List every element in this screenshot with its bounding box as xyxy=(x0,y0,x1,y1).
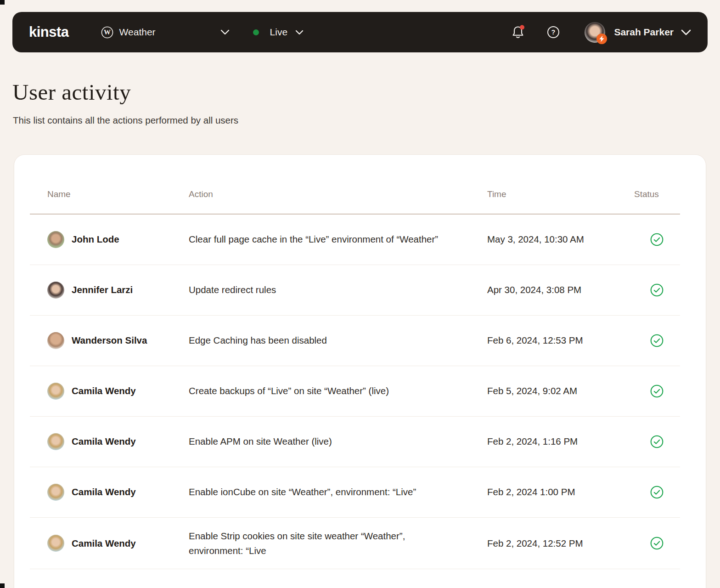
page-subtitle: This list contains all the actions perfo… xyxy=(13,115,708,126)
user-name: Sarah Parker xyxy=(614,27,674,38)
table-row: Camila Wendy Enable Strip cookies on sit… xyxy=(30,518,680,570)
user-name: Jennifer Larzi xyxy=(72,284,133,295)
success-check-icon xyxy=(650,283,664,297)
top-navbar: kinsta W Weather Live xyxy=(12,12,708,52)
site-selector-label: Weather xyxy=(119,27,156,38)
user-activity-card: Name Action Time Status John Lode Clear … xyxy=(14,154,706,588)
page-title: User activity xyxy=(12,80,708,105)
table-header-row: Name Action Time Status xyxy=(30,155,680,199)
user-avatar xyxy=(47,383,64,400)
time-text: Feb 2, 2024, 12:52 PM xyxy=(487,538,583,548)
environment-label: Live xyxy=(270,27,288,38)
action-text: Edge Caching has been disabled xyxy=(189,335,327,345)
user-avatar xyxy=(47,282,64,299)
action-text: Enable ionCube on site “Weather”, enviro… xyxy=(189,486,416,497)
chevron-down-icon xyxy=(220,29,230,35)
success-check-icon xyxy=(650,233,664,246)
table-row: John Lode Clear full page cache in the “… xyxy=(30,215,680,265)
chevron-down-icon xyxy=(681,29,691,35)
user-name: Camila Wendy xyxy=(72,486,136,498)
notification-badge xyxy=(520,25,524,30)
time-text: Feb 5, 2024, 9:02 AM xyxy=(487,385,577,396)
table-row: Jennifer Larzi Update redirect rules Apr… xyxy=(30,265,680,316)
table-row: Camila Wendy Create backups of “Live” on… xyxy=(30,366,680,417)
user-name: Camila Wendy xyxy=(72,436,136,447)
user-avatar xyxy=(47,231,64,248)
table-row: Wanderson Silva Edge Caching has been di… xyxy=(30,316,680,366)
time-text: May 3, 2024, 10:30 AM xyxy=(487,234,584,244)
time-text: Feb 2, 2024, 1:16 PM xyxy=(487,436,578,447)
help-button[interactable]: ? xyxy=(547,26,560,39)
question-circle-icon: ? xyxy=(547,26,560,39)
environment-selector-dropdown[interactable]: Live xyxy=(253,27,304,38)
time-text: Feb 2, 2024 1:00 PM xyxy=(487,486,575,497)
table-body: John Lode Clear full page cache in the “… xyxy=(30,215,680,570)
user-avatar xyxy=(47,332,64,349)
success-check-icon xyxy=(650,486,664,499)
column-header-time: Time xyxy=(487,189,634,199)
main-content: User activity This list contains all the… xyxy=(0,0,720,588)
bell-icon xyxy=(511,25,525,40)
time-text: Feb 6, 2024, 12:53 PM xyxy=(487,335,583,345)
user-name: John Lode xyxy=(72,234,119,245)
activity-table: Name Action Time Status John Lode Clear … xyxy=(30,155,680,570)
action-text: Clear full page cache in the “Live” envi… xyxy=(189,234,438,244)
column-header-action: Action xyxy=(189,189,487,199)
success-check-icon xyxy=(650,435,664,448)
lightning-badge-icon xyxy=(596,34,607,44)
table-row: Camila Wendy Enable APM on site Weather … xyxy=(30,417,680,467)
action-text: Create backups of “Live” on site “Weathe… xyxy=(189,385,389,396)
column-header-name: Name xyxy=(47,189,189,199)
site-selector-dropdown[interactable]: W Weather xyxy=(101,26,230,39)
kinsta-logo[interactable]: kinsta xyxy=(29,24,69,40)
notifications-button[interactable] xyxy=(511,25,525,40)
screen-corner-artifact xyxy=(0,0,5,5)
live-status-dot xyxy=(253,29,259,35)
user-avatar xyxy=(585,22,605,43)
action-text: Enable APM on site Weather (live) xyxy=(189,436,332,447)
action-text: Update redirect rules xyxy=(189,284,276,295)
success-check-icon xyxy=(650,384,664,398)
table-row: Camila Wendy Enable ionCube on site “Wea… xyxy=(30,467,680,518)
user-name: Wanderson Silva xyxy=(72,335,147,346)
wordpress-icon: W xyxy=(101,26,113,39)
success-check-icon xyxy=(650,334,664,347)
navbar-right-cluster: ? Sarah Parker xyxy=(511,22,691,43)
success-check-icon xyxy=(650,537,664,550)
user-avatar xyxy=(47,484,64,501)
user-menu[interactable]: Sarah Parker xyxy=(585,22,691,43)
svg-text:W: W xyxy=(104,28,111,36)
user-name: Camila Wendy xyxy=(72,385,136,396)
svg-text:?: ? xyxy=(551,28,556,36)
action-text: Enable Strip cookies on site site weathe… xyxy=(189,531,405,556)
screen-corner-artifact xyxy=(0,583,5,588)
user-name: Camila Wendy xyxy=(72,538,136,549)
chevron-down-icon xyxy=(295,30,304,35)
user-avatar xyxy=(47,433,64,450)
column-header-status: Status xyxy=(634,189,681,199)
user-avatar xyxy=(47,535,64,552)
time-text: Apr 30, 2024, 3:08 PM xyxy=(487,284,581,295)
